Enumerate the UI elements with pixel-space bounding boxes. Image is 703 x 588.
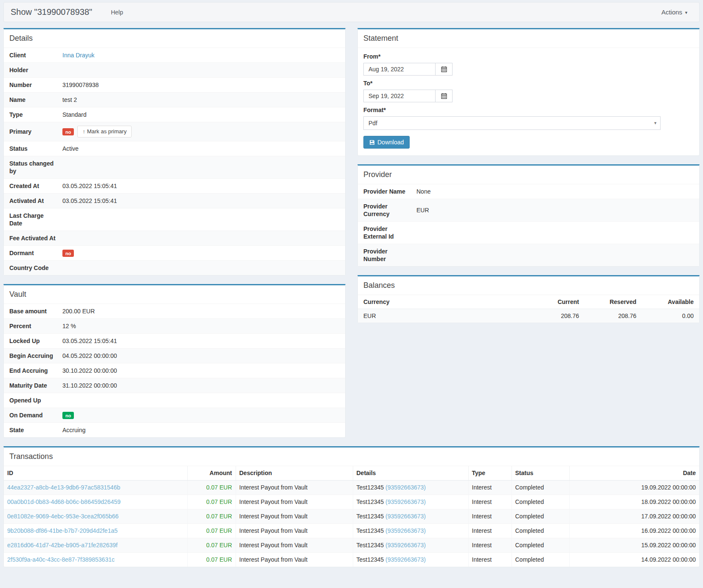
- attr-label: Holder: [9, 66, 62, 74]
- attr-value: 200.00 EUR: [62, 308, 340, 315]
- attr-row: Primaryno↑Mark as primary: [4, 122, 345, 141]
- attr-row: Number31990078938: [4, 77, 345, 92]
- top-bar: Show "31990078938" Help Actions▼: [3, 2, 700, 22]
- transaction-details-link[interactable]: (93592663673): [385, 556, 426, 563]
- attr-label: Status changed by: [9, 160, 62, 175]
- attr-value: EUR: [416, 207, 694, 214]
- provider-panel-title: Provider: [358, 166, 699, 184]
- actions-dropdown-button[interactable]: Actions▼: [657, 6, 692, 18]
- balances-table: Currency Current Reserved Available EUR2…: [358, 295, 699, 323]
- download-button[interactable]: Download: [363, 136, 410, 149]
- transaction-status-cell: Completed: [512, 553, 569, 567]
- transaction-id-cell: e2816d06-41d7-42be-b905-a71fe282639f: [4, 538, 187, 553]
- transaction-type-cell: Interest: [468, 524, 512, 538]
- attr-label: Provider Currency: [363, 203, 416, 218]
- transaction-status-cell: Completed: [512, 524, 569, 538]
- to-input-group: [363, 90, 458, 102]
- to-calendar-button[interactable]: [436, 90, 453, 102]
- transaction-details-link[interactable]: (93592663673): [385, 542, 426, 549]
- transaction-description-cell: Interest Payout from Vault: [236, 495, 353, 509]
- transaction-id-link[interactable]: 2f530f9a-a40c-43cc-8e87-7f389853631c: [7, 556, 115, 563]
- transaction-row: 9b20b088-df86-41be-b7b7-209d4d2fe1a50.07…: [4, 524, 699, 538]
- vault-panel-title: Vault: [4, 285, 345, 304]
- transactions-panel-title: Transactions: [4, 447, 699, 466]
- attr-value: no: [62, 250, 340, 257]
- attr-label: Provider External Id: [363, 225, 416, 240]
- to-label: To*: [363, 80, 694, 87]
- transaction-date-cell: 16.09.2022 00:00:00: [569, 524, 699, 538]
- attr-label: Locked Up: [9, 337, 62, 345]
- transaction-id-cell: 9b20b088-df86-41be-b7b7-209d4d2fe1a5: [4, 524, 187, 538]
- transaction-details-link[interactable]: (93592663673): [385, 513, 426, 520]
- from-calendar-button[interactable]: [436, 63, 453, 76]
- attr-label: Begin Accruing: [9, 352, 62, 360]
- balance-reserved: 208.76: [585, 309, 642, 323]
- transaction-row: e2816d06-41d7-42be-b905-a71fe282639f0.07…: [4, 538, 699, 553]
- transaction-amount-cell: 0.07 EUR: [187, 495, 236, 509]
- attr-row: Provider Number: [358, 244, 699, 266]
- attr-row: Begin Accruing04.05.2022 00:00:00: [4, 348, 345, 363]
- transaction-id-cell: 0e81082e-9069-4ebc-953e-3cea2f065b66: [4, 509, 187, 524]
- attr-value: 03.05.2022 15:05:41: [62, 338, 340, 345]
- balances-panel: Balances Currency Current Reserved Avail…: [357, 275, 700, 323]
- transaction-details-cell: Test12345 (93592663673): [353, 509, 468, 524]
- transaction-details-cell: Test12345 (93592663673): [353, 481, 468, 495]
- help-link[interactable]: Help: [111, 9, 123, 16]
- from-date-input[interactable]: [363, 63, 436, 76]
- transaction-id-link[interactable]: 44ea2327-a8cb-4e13-9db6-97ac5831546b: [7, 484, 120, 491]
- attr-label: Status: [9, 145, 62, 152]
- attr-value: Active: [62, 145, 340, 152]
- transaction-amount-cell: 0.07 EUR: [187, 553, 236, 567]
- transactions-header-row: ID Amount Description Details Type Statu…: [4, 466, 699, 481]
- transaction-amount-cell: 0.07 EUR: [187, 524, 236, 538]
- left-column: Details ClientInna DrayukHolderNumber319…: [3, 28, 346, 446]
- transaction-details-link[interactable]: (93592663673): [385, 498, 426, 505]
- attr-row: Provider NameNone: [358, 184, 699, 199]
- status-badge: no: [62, 412, 74, 419]
- balances-panel-title: Balances: [358, 276, 699, 295]
- mark-as-primary-button[interactable]: ↑Mark as primary: [77, 126, 132, 138]
- attr-label: Fee Activated At: [9, 234, 62, 242]
- transaction-row: 44ea2327-a8cb-4e13-9db6-97ac5831546b0.07…: [4, 481, 699, 495]
- format-select-wrap: Pdf ▼: [363, 116, 661, 130]
- transaction-details-link[interactable]: (93592663673): [385, 484, 426, 491]
- tx-col-details: Details: [353, 466, 468, 481]
- transaction-id-link[interactable]: 00a0b01d-0b83-4d68-b06c-b86459d26459: [7, 498, 121, 505]
- transaction-id-link[interactable]: 0e81082e-9069-4ebc-953e-3cea2f065b66: [7, 513, 118, 520]
- transaction-status-cell: Completed: [512, 538, 569, 553]
- attr-row: Activated At03.05.2022 15:05:41: [4, 193, 345, 208]
- transaction-status-cell: Completed: [512, 509, 569, 524]
- provider-panel: Provider Provider NameNoneProvider Curre…: [357, 164, 700, 267]
- transaction-date-cell: 17.09.2022 00:00:00: [569, 509, 699, 524]
- balances-col-currency: Currency: [358, 295, 527, 309]
- attr-label: Number: [9, 81, 62, 89]
- transaction-details-link[interactable]: (93592663673): [385, 527, 426, 534]
- attr-row: Percent12 %: [4, 318, 345, 333]
- details-rows: ClientInna DrayukHolderNumber31990078938…: [4, 48, 345, 275]
- transaction-id-link[interactable]: 9b20b088-df86-41be-b7b7-209d4d2fe1a5: [7, 527, 118, 534]
- transaction-type-cell: Interest: [468, 553, 512, 567]
- attr-value: 31990078938: [62, 82, 340, 89]
- format-select[interactable]: Pdf: [363, 116, 661, 130]
- attr-row: Fee Activated At: [4, 231, 345, 245]
- attr-row: StatusActive: [4, 141, 345, 156]
- attr-value: 30.10.2022 00:00:00: [62, 367, 340, 374]
- attr-label: Provider Name: [363, 188, 416, 195]
- attr-value: 03.05.2022 15:05:41: [62, 183, 340, 190]
- attr-row: On Demandno: [4, 408, 345, 422]
- attr-label: End Accruing: [9, 367, 62, 374]
- attr-label: Name: [9, 96, 62, 104]
- client-link[interactable]: Inna Drayuk: [62, 52, 94, 59]
- attr-label: Last Charge Date: [9, 212, 62, 227]
- attr-value: no↑Mark as primary: [62, 126, 340, 138]
- transaction-id-cell: 00a0b01d-0b83-4d68-b06c-b86459d26459: [4, 495, 187, 509]
- balance-row: EUR208.76208.760.00: [358, 309, 699, 323]
- attr-value: Accruing: [62, 427, 340, 434]
- format-label: Format*: [363, 107, 694, 113]
- transaction-type-cell: Interest: [468, 495, 512, 509]
- transaction-id-link[interactable]: e2816d06-41d7-42be-b905-a71fe282639f: [7, 542, 118, 549]
- transaction-type-cell: Interest: [468, 481, 512, 495]
- transaction-details-cell: Test12345 (93592663673): [353, 524, 468, 538]
- to-date-input[interactable]: [363, 90, 436, 102]
- attr-row: Status changed by: [4, 156, 345, 178]
